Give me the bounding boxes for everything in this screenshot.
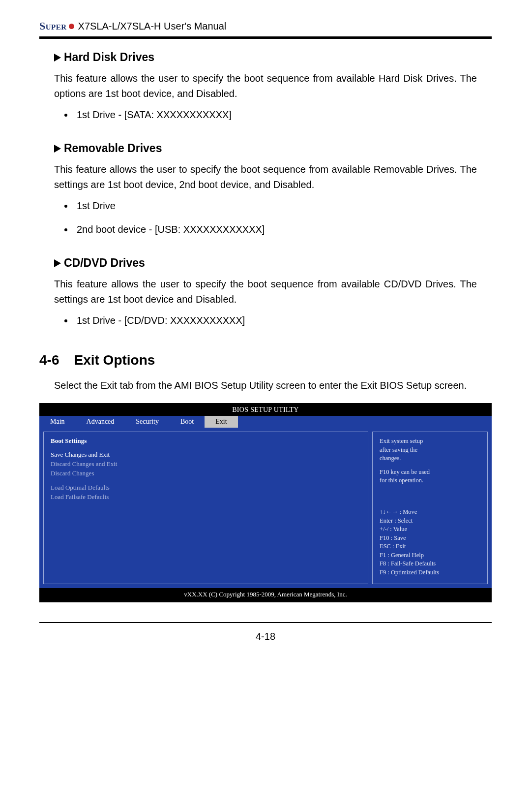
bios-help-line: after saving the [380,446,480,455]
bios-key-hint: F8 : Fail-Safe Defaults [380,560,480,568]
bios-screenshot: BIOS SETUP UTILTY Main Advanced Security… [39,403,492,602]
page-number: 4-18 [39,631,492,642]
bios-window-title: BIOS SETUP UTILTY [39,403,492,416]
section-heading-hdd: Hard Disk Drives [54,51,477,64]
section-desc-cddvd: This feature allows the user to specify … [54,277,477,307]
triangle-right-icon [54,259,62,267]
section-title: Removable Drives [64,142,162,155]
bios-key-hint: F9 : Optimized Defaults [380,568,480,577]
bios-left-panel: Boot Settings Save Changes and Exit Disc… [43,432,368,584]
section-heading-cddvd: CD/DVD Drives [54,256,477,270]
list-item: 1st Drive - [CD/DVD: XXXXXXXXXXX] [74,313,477,328]
page-header: Super X7SLA-L/X7SLA-H User's Manual [39,20,492,32]
section-title: CD/DVD Drives [64,256,145,270]
bios-tab-bar: Main Advanced Security Boot Exit [39,416,492,428]
bullet-list-removable: 1st Drive 2nd boot device - [USB: XXXXXX… [54,198,477,237]
bios-key-hint: F10 : Save [380,534,480,543]
exit-desc: Select the Exit tab from the AMI BIOS Se… [54,378,477,393]
footer-rule [39,622,492,623]
list-item: 2nd boot device - [USB: XXXXXXXXXXXX] [74,222,477,237]
section-desc-removable: This feature allows the user to specify … [54,162,477,192]
bios-menu-item[interactable]: Load Optimal Defaults [51,484,361,492]
brand-logo-text: Super [39,20,67,32]
section-title: Hard Disk Drives [64,51,154,64]
chapter-number: 4-6 [39,352,59,368]
bios-tab-security[interactable]: Security [125,416,170,428]
bios-tab-boot[interactable]: Boot [170,416,205,428]
bios-key-hint: ESC : Exit [380,542,480,551]
bios-panel-heading: Boot Settings [51,437,361,445]
bios-key-hint: Enter : Select [380,517,480,526]
bios-help-line: changes. [380,454,480,463]
header-rule [39,36,492,39]
bios-menu-item[interactable]: Load Failsafe Defaults [51,493,361,501]
bullet-list-hdd: 1st Drive - [SATA: XXXXXXXXXXX] [54,107,477,122]
list-item: 1st Drive - [SATA: XXXXXXXXXXX] [74,107,477,122]
bios-menu-item[interactable]: Discard Changes [51,469,361,477]
bios-tab-main[interactable]: Main [39,416,76,428]
brand-dot-icon [69,24,74,29]
list-item: 1st Drive [74,198,477,213]
bios-key-hint: F1 : General Help [380,551,480,560]
triangle-right-icon [54,54,62,62]
chapter-heading-exit: 4-6Exit Options [39,352,492,368]
section-desc-hdd: This feature allows the user to specify … [54,71,477,101]
bullet-list-cddvd: 1st Drive - [CD/DVD: XXXXXXXXXXX] [54,313,477,328]
chapter-title: Exit Options [74,352,155,368]
bios-help-panel: Exit system setup after saving the chang… [372,432,488,584]
bios-help-line: Exit system setup [380,437,480,446]
triangle-right-icon [54,145,62,153]
manual-title: X7SLA-L/X7SLA-H User's Manual [78,21,227,32]
bios-key-hint: +/-/ : Value [380,525,480,534]
svg-marker-0 [54,54,61,62]
bios-help-line: F10 key can be used [380,468,480,477]
bios-key-hint: ↑↓←→ : Move [380,508,480,517]
bios-tab-exit[interactable]: Exit [205,416,237,428]
svg-marker-1 [54,145,61,153]
bios-help-line: for this operation. [380,476,480,485]
bios-tab-advanced[interactable]: Advanced [76,416,125,428]
section-heading-removable: Removable Drives [54,142,477,155]
svg-marker-2 [54,259,61,267]
bios-menu-item[interactable]: Discard Changes and Exit [51,460,361,468]
bios-menu-item[interactable]: Save Changes and Exit [51,451,361,459]
bios-footer: vXX.XX (C) Copyright 1985-2009, American… [39,588,492,602]
